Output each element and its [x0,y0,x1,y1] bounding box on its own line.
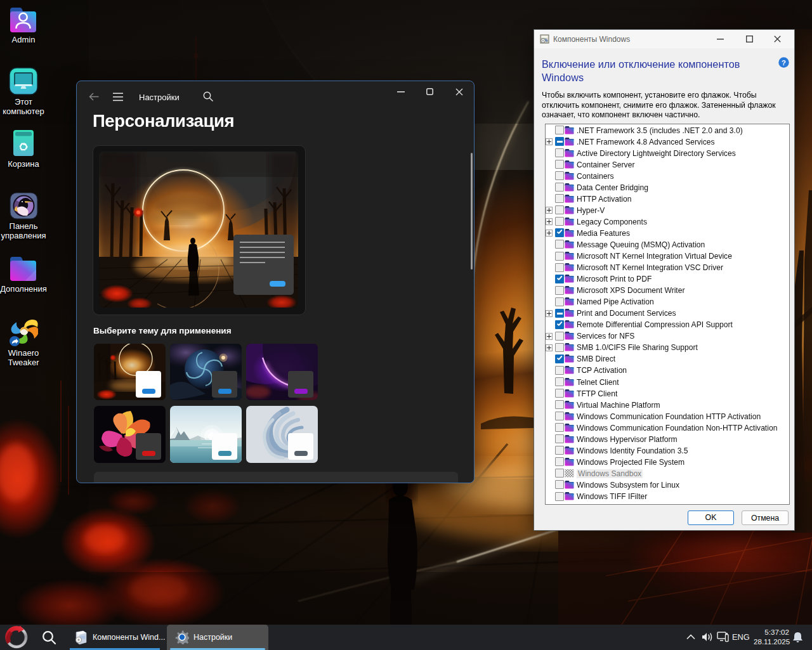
svg-text:?: ? [782,59,786,67]
